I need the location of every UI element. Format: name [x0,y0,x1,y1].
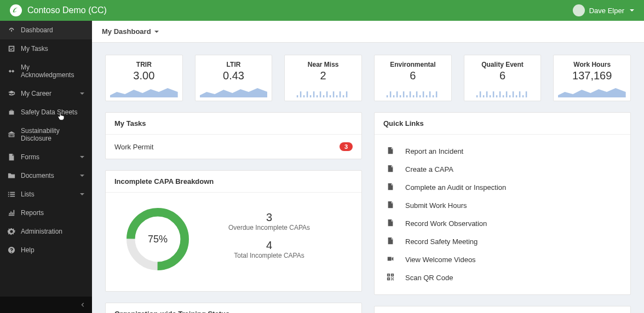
svg-rect-48 [522,95,524,97]
sidebar-item-forms[interactable]: Forms [0,148,92,166]
sidebar-collapse-button[interactable] [0,297,92,313]
quick-link-record-work-observation[interactable]: Record Work Observation [383,215,622,233]
sidebar-item-my-tasks[interactable]: My Tasks [0,39,92,58]
file-icon [386,237,395,246]
kpi-sparkline [469,84,537,97]
quick-link-label: Complete an Audit or Inspection [405,183,506,192]
sidebar-item-label: Reports [21,209,44,217]
sidebar-item-label: Documents [21,172,54,179]
sidebar-item-label: My Career [21,90,51,97]
svg-rect-25 [410,91,411,97]
capa-donut-chart: 75% [122,204,193,275]
svg-rect-20 [393,95,395,97]
panel-title: Quick Links [375,113,630,135]
chevron-down-icon [80,175,84,177]
quick-link-label: Create a CAPA [405,165,453,173]
svg-rect-22 [400,95,401,97]
sidebar-item-reports[interactable]: Reports [0,204,92,222]
sidebar-item-sustainability-disclosure[interactable]: Sustainability Disclosure [0,121,92,148]
user-menu[interactable]: Dave Elper [573,4,634,16]
top-bar: Contoso Demo (CC) Dave Elper [0,0,644,21]
chart-icon [8,209,15,217]
kpi-card-ltir[interactable]: LTIR 0.43 [195,55,273,101]
svg-rect-18 [387,95,388,97]
svg-rect-44 [509,95,511,97]
file-icon [386,183,395,192]
svg-rect-7 [313,91,315,97]
chevron-down-icon [80,92,84,95]
quick-link-label: View Welcome Videos [405,256,476,264]
svg-rect-46 [516,95,518,97]
qrcode-icon [386,273,395,282]
total-capa-label: Total Incomplete CAPAs [193,252,345,259]
svg-rect-36 [483,95,485,97]
svg-rect-6 [310,95,312,97]
file-icon [8,153,15,161]
kpi-value: 6 [464,69,541,82]
svg-rect-2 [297,95,298,97]
dashboard-selector[interactable]: My Dashboard [92,21,644,43]
kpi-sparkline [110,84,178,97]
capa-stats: 3 Overdue Incomplete CAPAs 4 Total Incom… [193,211,345,267]
gear-icon [8,228,15,235]
training-status-panel: Organization-wide Training Status [105,303,362,313]
chevron-down-icon [80,156,84,158]
sidebar-item-lists[interactable]: Lists [0,185,92,204]
svg-rect-16 [343,95,344,97]
kpi-label: Near Miss [285,61,361,68]
quick-link-submit-work-hours[interactable]: Submit Work Hours [383,196,622,215]
sidebar-item-help[interactable]: Help [0,241,92,259]
kpi-label: TRIR [106,61,182,68]
quick-link-scan-qr-code[interactable]: Scan QR Code [383,269,622,287]
svg-rect-9 [320,91,321,97]
kpi-card-work-hours[interactable]: Work Hours 137,169 [553,55,631,101]
sidebar-item-label: My Acknowledgments [21,63,84,79]
kpi-value: 2 [285,69,361,82]
quick-link-view-welcome-videos[interactable]: View Welcome Videos [383,251,622,269]
checkbox-icon [8,45,15,53]
kpi-card-trir[interactable]: TRIR 3.00 [105,55,183,101]
kpi-sparkline [200,84,268,97]
quick-links-panel: Quick Links Report an Incident Create a … [374,112,631,295]
file-icon [386,201,395,210]
quick-link-complete-an-audit-or-inspection[interactable]: Complete an Audit or Inspection [383,178,622,196]
sidebar-item-my-acknowledgments[interactable]: My Acknowledgments [0,58,92,84]
announcements-panel: Announcements and Alerts [374,306,631,313]
kpi-sparkline [379,84,447,97]
chevron-down-icon [154,31,159,33]
kpi-card-quality-event[interactable]: Quality Event 6 [464,55,542,101]
kpi-label: Work Hours [554,61,630,68]
sidebar-item-dashboard[interactable]: Dashboard [0,21,92,39]
task-row-work-permit[interactable]: Work Permit 3 [114,142,353,151]
quick-link-label: Record Safety Meeting [405,237,478,246]
svg-rect-11 [326,91,328,97]
quick-link-record-safety-meeting[interactable]: Record Safety Meeting [383,233,622,251]
kpi-card-near-miss[interactable]: Near Miss 2 [284,55,362,101]
sidebar-item-administration[interactable]: Administration [0,222,92,241]
app-title: Contoso Demo (CC) [27,5,107,15]
sidebar-item-label: Forms [21,153,39,161]
sidebar-item-safety-data-sheets[interactable]: Safety Data Sheets [0,103,92,121]
svg-rect-13 [333,91,335,97]
folder-icon [8,172,15,179]
kpi-sparkline [558,84,626,97]
chevron-down-icon [80,193,84,195]
panel-title: Incomplete CAPA Breakdown [106,171,361,193]
quick-link-create-a-capa[interactable]: Create a CAPA [383,160,622,178]
kpi-label: LTIR [196,61,272,68]
sidebar-item-label: My Tasks [21,45,48,53]
kpi-label: Environmental [375,61,451,68]
svg-rect-3 [300,91,302,97]
sidebar-item-documents[interactable]: Documents [0,166,92,185]
svg-marker-50 [558,88,626,97]
svg-rect-19 [390,91,392,97]
svg-rect-33 [436,91,438,97]
kpi-card-environmental[interactable]: Environmental 6 [374,55,452,101]
total-capa-value: 4 [193,239,345,252]
svg-rect-5 [307,91,308,97]
svg-marker-0 [110,88,178,97]
kpi-value: 137,169 [554,69,630,82]
my-tasks-panel: My Tasks Work Permit 3 [105,112,362,159]
sidebar-item-my-career[interactable]: My Career [0,84,92,103]
quick-link-report-an-incident[interactable]: Report an Incident [383,142,622,160]
